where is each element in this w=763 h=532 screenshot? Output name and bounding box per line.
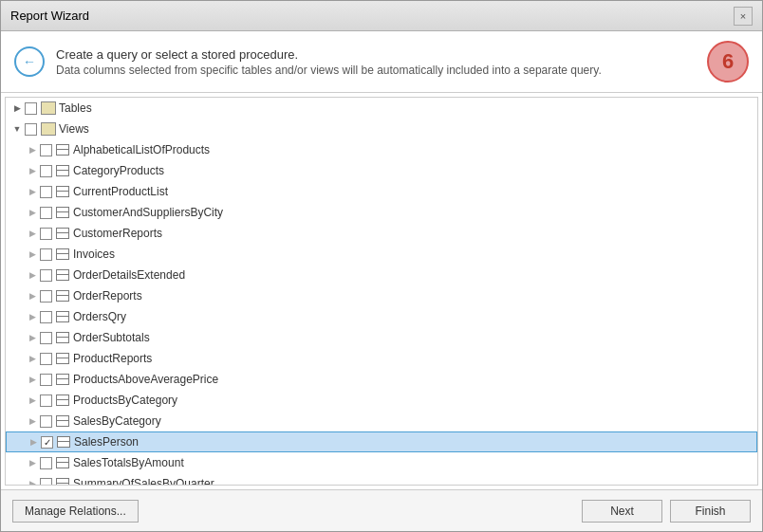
item-expander-icon: ▶	[25, 267, 40, 283]
item-expander-icon: ▶	[25, 142, 40, 157]
item-expander-icon: ▶	[25, 351, 40, 366]
item-checkbox[interactable]	[40, 248, 52, 261]
item-expander-icon: ▶	[25, 413, 40, 429]
table-icon	[56, 353, 69, 364]
report-wizard-dialog: Report Wizard × ← Create a query or sele…	[0, 0, 763, 532]
table-icon	[57, 436, 70, 448]
list-item[interactable]: ▶SalesByCategory	[6, 411, 757, 431]
item-expander-icon: ▶	[25, 226, 40, 241]
tables-checkbox[interactable]	[25, 102, 37, 115]
item-checkbox[interactable]	[40, 311, 52, 323]
item-checkbox[interactable]	[40, 394, 52, 407]
back-arrow-icon: ←	[23, 54, 36, 69]
views-checkbox[interactable]	[25, 123, 37, 136]
list-item[interactable]: ▶ProductsAboveAveragePrice	[6, 369, 757, 390]
item-label: SummaryOfSalesByQuarter	[73, 477, 214, 486]
item-checkbox[interactable]	[40, 269, 52, 282]
item-expander-icon: ▶	[26, 434, 41, 449]
item-checkbox[interactable]	[40, 353, 52, 365]
item-expander-icon: ▶	[25, 205, 40, 220]
table-icon	[56, 269, 69, 281]
next-button[interactable]: Next	[582, 500, 662, 523]
list-item[interactable]: ▶ProductReports	[6, 348, 757, 369]
item-checkbox[interactable]	[40, 374, 52, 386]
step-badge: 6	[707, 41, 749, 83]
list-item[interactable]: ▶SalesTotalsByAmount	[6, 452, 757, 473]
tables-expander-icon: ▶	[9, 101, 25, 116]
table-icon	[56, 311, 69, 322]
item-checkbox[interactable]	[40, 290, 52, 303]
table-icon	[56, 144, 69, 156]
list-item[interactable]: ▶OrderSubtotals	[6, 327, 757, 348]
tables-folder-icon	[41, 101, 56, 115]
table-icon	[56, 290, 69, 302]
finish-button[interactable]: Finish	[670, 500, 751, 523]
item-label: CustomerAndSuppliersByCity	[73, 206, 223, 219]
item-checkbox[interactable]	[40, 165, 52, 177]
list-item[interactable]: ▶OrdersQry	[6, 306, 757, 327]
item-checkbox[interactable]	[40, 457, 52, 469]
item-checkbox[interactable]	[40, 478, 52, 486]
table-icon	[56, 207, 69, 218]
item-checkbox[interactable]	[40, 186, 52, 198]
table-icon	[56, 248, 69, 260]
tree-rows: ▶AlphabeticalListOfProducts▶CategoryProd…	[6, 139, 757, 486]
tables-group[interactable]: ▶ Tables	[6, 98, 757, 119]
content-area: ▶ Tables ▼ Views ▶AlphabeticalListOfProd…	[1, 93, 762, 489]
close-button[interactable]: ×	[734, 7, 753, 26]
item-label: CategoryProducts	[73, 164, 164, 177]
list-item[interactable]: ▶✓SalesPerson	[6, 431, 757, 452]
list-item[interactable]: ▶ProductsByCategory	[6, 390, 757, 411]
footer: Manage Relations... Next Finish	[1, 489, 762, 531]
item-checkbox[interactable]	[40, 415, 52, 428]
list-item[interactable]: ▶CategoryProducts	[6, 160, 757, 181]
list-item[interactable]: ▶Invoices	[6, 244, 757, 265]
item-checkbox[interactable]	[40, 207, 52, 219]
item-label: OrderReports	[73, 289, 142, 303]
table-icon	[56, 415, 69, 427]
item-expander-icon: ▶	[25, 372, 40, 387]
item-label: OrderSubtotals	[73, 331, 150, 344]
list-item[interactable]: ▶OrderDetailsExtended	[6, 265, 757, 285]
item-checkbox[interactable]	[40, 228, 52, 240]
item-label: OrdersQry	[73, 310, 126, 323]
views-label: Views	[59, 122, 89, 136]
table-icon	[56, 332, 69, 343]
item-expander-icon: ▶	[25, 455, 40, 470]
table-icon	[56, 186, 69, 197]
list-item[interactable]: ▶SummaryOfSalesByQuarter	[6, 473, 757, 486]
item-expander-icon: ▶	[25, 247, 40, 262]
list-item[interactable]: ▶CustomerAndSuppliersByCity	[6, 202, 757, 223]
manage-relations-button[interactable]: Manage Relations...	[12, 500, 139, 523]
views-group[interactable]: ▼ Views	[6, 119, 757, 139]
views-expander-icon: ▼	[9, 121, 25, 137]
header-section: ← Create a query or select a stored proc…	[1, 31, 762, 93]
dialog-title: Report Wizard	[10, 9, 89, 23]
item-checkbox[interactable]	[40, 144, 52, 156]
table-icon	[56, 478, 69, 486]
header-description: Create a query or select a stored proced…	[56, 47, 696, 77]
item-label: AlphabeticalListOfProducts	[73, 143, 210, 156]
table-icon	[56, 394, 69, 406]
item-label: SalesTotalsByAmount	[73, 456, 184, 469]
title-bar: Report Wizard ×	[1, 1, 762, 31]
item-checkbox[interactable]: ✓	[41, 436, 53, 449]
list-item[interactable]: ▶CurrentProductList	[6, 181, 757, 202]
item-expander-icon: ▶	[25, 476, 40, 486]
item-label: CurrentProductList	[73, 185, 168, 198]
list-item[interactable]: ▶CustomerReports	[6, 223, 757, 244]
item-label: ProductReports	[73, 352, 152, 365]
tables-label: Tables	[59, 101, 92, 115]
back-button[interactable]: ←	[14, 46, 45, 77]
footer-right: Next Finish	[582, 500, 751, 523]
table-icon	[56, 457, 69, 468]
item-expander-icon: ▶	[25, 393, 40, 408]
list-item[interactable]: ▶OrderReports	[6, 285, 757, 306]
tree-container[interactable]: ▶ Tables ▼ Views ▶AlphabeticalListOfProd…	[5, 97, 758, 486]
item-label: ProductsAboveAveragePrice	[73, 373, 218, 386]
table-icon	[56, 374, 69, 385]
item-checkbox[interactable]	[40, 332, 52, 344]
table-icon	[56, 228, 69, 239]
list-item[interactable]: ▶AlphabeticalListOfProducts	[6, 139, 757, 160]
item-label: SalesPerson	[74, 435, 139, 449]
